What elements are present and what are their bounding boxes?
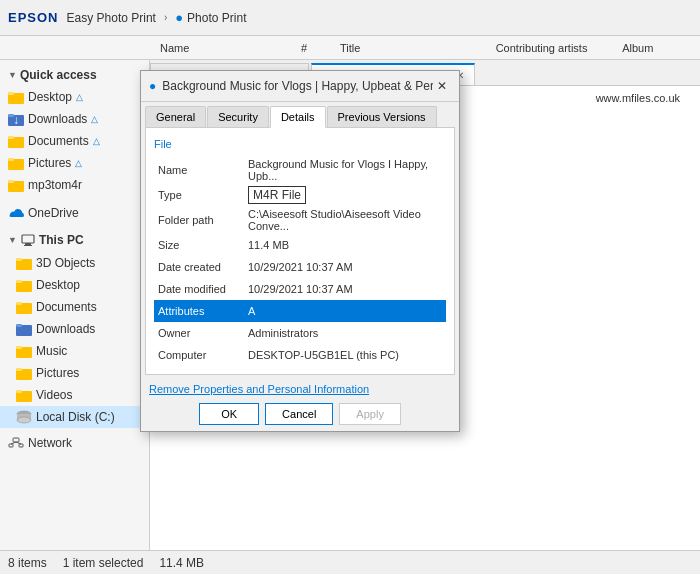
prop-row-created: Date created 10/29/2021 10:37 AM: [154, 256, 446, 278]
prop-value-created: 10/29/2021 10:37 AM: [244, 256, 446, 278]
apply-button[interactable]: Apply: [339, 403, 401, 425]
properties-dialog: ● Background Music for Vlogs | Happy, Up…: [140, 70, 460, 432]
prop-row-attributes: Attributes A: [154, 300, 446, 322]
prop-value-attributes: A: [244, 300, 446, 322]
dialog-title: ● Background Music for Vlogs | Happy, Up…: [149, 79, 433, 93]
prop-row-owner: Owner Administrators: [154, 322, 446, 344]
prop-label-created: Date created: [154, 256, 244, 278]
dialog-tab-security[interactable]: Security: [207, 106, 269, 127]
prop-row-computer: Computer DESKTOP-U5GB1EL (this PC): [154, 344, 446, 366]
prop-row-type: Type M4R File: [154, 184, 446, 206]
dialog-overlay: ● Background Music for Vlogs | Happy, Up…: [0, 0, 700, 574]
prop-row-modified: Date modified 10/29/2021 10:37 AM: [154, 278, 446, 300]
prop-value-modified: 10/29/2021 10:37 AM: [244, 278, 446, 300]
dialog-buttons: OK Cancel Apply: [149, 403, 451, 425]
prop-value-size: 11.4 MB: [244, 234, 446, 256]
dialog-tab-versions[interactable]: Previous Versions: [327, 106, 437, 127]
remove-properties-link[interactable]: Remove Properties and Personal Informati…: [149, 383, 451, 395]
dialog-title-bar: ● Background Music for Vlogs | Happy, Up…: [141, 71, 459, 102]
prop-label-computer: Computer: [154, 344, 244, 366]
prop-row-name: Name Background Music for Vlogs I Happy,…: [154, 156, 446, 184]
prop-row-size: Size 11.4 MB: [154, 234, 446, 256]
dialog-content: File Name Background Music for Vlogs I H…: [145, 127, 455, 375]
dialog-file-icon: ●: [149, 79, 156, 93]
cancel-button[interactable]: Cancel: [265, 403, 333, 425]
dialog-tab-general[interactable]: General: [145, 106, 206, 127]
prop-value-type-box: M4R File: [248, 186, 306, 204]
prop-label-attributes: Attributes: [154, 300, 244, 322]
dialog-section-header: File: [154, 136, 446, 152]
prop-label-size: Size: [154, 234, 244, 256]
prop-row-folder: Folder path C:\Aiseesoft Studio\Aiseesof…: [154, 206, 446, 234]
prop-label-owner: Owner: [154, 322, 244, 344]
prop-label-modified: Date modified: [154, 278, 244, 300]
prop-value-owner: Administrators: [244, 322, 446, 344]
ok-button[interactable]: OK: [199, 403, 259, 425]
prop-label-name: Name: [154, 156, 244, 184]
prop-value-computer: DESKTOP-U5GB1EL (this PC): [244, 344, 446, 366]
dialog-tab-details[interactable]: Details: [270, 106, 326, 128]
prop-label-folder: Folder path: [154, 206, 244, 234]
prop-value-name: Background Music for Vlogs I Happy, Upb.…: [244, 156, 446, 184]
dialog-tabs: General Security Details Previous Versio…: [141, 102, 459, 127]
properties-table: Name Background Music for Vlogs I Happy,…: [154, 156, 446, 366]
prop-label-type: Type: [154, 184, 244, 206]
prop-value-type: M4R File: [244, 184, 446, 206]
dialog-title-text: Background Music for Vlogs | Happy, Upbe…: [162, 79, 433, 93]
dialog-close-button[interactable]: ✕: [433, 77, 451, 95]
prop-value-folder: C:\Aiseesoft Studio\Aiseesoft Video Conv…: [244, 206, 446, 234]
dialog-footer: Remove Properties and Personal Informati…: [141, 379, 459, 431]
